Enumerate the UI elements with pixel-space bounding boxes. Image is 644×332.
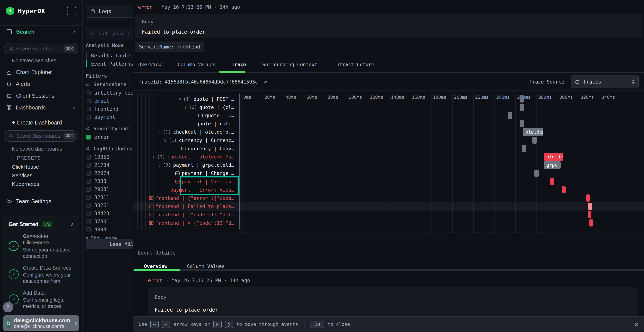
checkbox[interactable]	[86, 106, 91, 112]
chevron-down-icon[interactable]: ∨	[184, 105, 187, 110]
preset-services[interactable]: Services	[12, 172, 32, 178]
chevron-up-icon[interactable]: ∧	[73, 29, 76, 35]
span-bar[interactable]	[532, 137, 537, 144]
tab-trace[interactable]: Trace	[232, 62, 246, 67]
get-started-item[interactable]: ✓ Create Data Sources Configure where yo…	[8, 264, 74, 284]
box-icon	[90, 9, 96, 14]
span-bar-labeled[interactable]: grpc.o	[544, 161, 561, 169]
sidebar-item-alerts[interactable]: Alerts	[6, 81, 30, 87]
checkbox[interactable]	[86, 203, 91, 208]
sidebar-item-chart-explorer[interactable]: Chart Explorer	[6, 69, 52, 76]
span-row[interactable]: quote | calc…	[133, 120, 236, 128]
span-bar[interactable]	[520, 120, 524, 127]
checkbox[interactable]	[86, 219, 91, 224]
checkbox[interactable]	[86, 171, 91, 176]
get-started-item[interactable]: ✓ Add Data Start sending logs, metrics, …	[8, 290, 74, 309]
chevron-down-icon[interactable]: ∨	[158, 130, 161, 134]
brand-logo[interactable]: HyperDX	[6, 6, 45, 16]
checkbox[interactable]	[86, 227, 91, 232]
service-name-chip[interactable]: ServiceName: frontend	[135, 42, 204, 52]
sidebar-item-search[interactable]: Search ∧	[6, 28, 76, 35]
log-event-icon	[149, 204, 154, 208]
span-bar[interactable]	[508, 112, 512, 119]
user-menu[interactable]: D dale@clickhouse.com dale@clickhouse.co…	[3, 315, 79, 331]
preset-kubernetes[interactable]: Kubernetes	[12, 181, 39, 187]
edit-icon[interactable]: ✎	[264, 79, 267, 85]
tab-ed-column-values[interactable]: Column Values	[187, 264, 225, 269]
span-row[interactable]: ∨(1)checkout | oteldemo.Pa…	[133, 152, 236, 161]
chevron-down-icon[interactable]: ∨	[152, 154, 155, 159]
span-bar[interactable]	[589, 219, 593, 226]
span-row[interactable]: frontend | {"code":13,"det…	[133, 210, 236, 219]
sidebar-item-client-sessions[interactable]: Client Sessions	[6, 93, 54, 99]
span-bar-labeled[interactable]: oteldem	[544, 153, 563, 161]
get-started-item[interactable]: ✓ Connect to ClickHouse Set up your data…	[8, 233, 74, 259]
span-row[interactable]: ∨(2)quote | {cl…	[133, 103, 236, 111]
span-bar-labeled[interactable]: oteldem	[523, 128, 543, 136]
span-row[interactable]: frontend | × {"code":13,"d…	[133, 219, 236, 227]
tab-infrastructure[interactable]: Infrastructure	[334, 62, 374, 67]
chevron-down-icon[interactable]: ∨	[164, 138, 166, 142]
tab-ed-overview[interactable]: Overview	[144, 264, 167, 269]
check-circle-icon: ✓	[8, 241, 18, 251]
checkbox[interactable]	[86, 163, 91, 168]
span-bar[interactable]	[588, 211, 592, 218]
span-bar[interactable]	[522, 145, 526, 152]
span-bar[interactable]	[520, 104, 524, 111]
create-dashboard-button[interactable]: + Create Dashboard	[12, 120, 62, 126]
presets-toggle[interactable]: ∨ PRESETS	[11, 155, 41, 161]
preset-clickhouse[interactable]: ClickHouse	[12, 164, 39, 170]
chevron-down-icon[interactable]: ∨	[158, 163, 161, 168]
saved-dashboards-placeholder: Saved Dashboards	[16, 133, 61, 139]
span-row[interactable]: frontend | {"error":{"code…	[133, 194, 236, 202]
saved-dashboards-input[interactable]: Saved Dashboards ⌘K	[4, 130, 78, 142]
checkbox[interactable]	[86, 90, 91, 95]
saved-searches-input[interactable]: Saved Searches ⌘K	[4, 43, 78, 54]
timeline-gridline	[600, 92, 600, 232]
tab-surrounding-context[interactable]: Surrounding Context	[262, 62, 318, 67]
trace-source-select[interactable]: Traces	[571, 76, 639, 88]
span-row[interactable]: ∨(1)currency | Currenc…	[133, 136, 236, 144]
span-bar[interactable]	[550, 178, 554, 185]
checkbox[interactable]	[86, 187, 91, 192]
tab-column-values[interactable]: Column Values	[178, 62, 216, 67]
chevron-up-icon[interactable]: ∧	[71, 222, 74, 227]
close-icon[interactable]: ×	[634, 320, 639, 328]
analysis-mode-option[interactable]: Event Patterns	[86, 60, 133, 68]
collapse-sidebar-icon[interactable]	[67, 7, 76, 16]
tab-overview[interactable]: Overview	[138, 62, 162, 67]
span-bar[interactable]	[562, 186, 566, 193]
checkbox[interactable]	[86, 179, 91, 184]
span-bar[interactable]	[588, 203, 592, 210]
checkbox[interactable]	[86, 211, 91, 216]
span-row[interactable]: payment | Visa ca…	[133, 178, 236, 186]
sidebar-item-dashboards[interactable]: Dashboards ∧	[6, 104, 76, 111]
timeline-tick-label: 60ms	[306, 95, 317, 100]
checkbox[interactable]	[86, 195, 91, 200]
span-row[interactable]: currency | Conv…	[133, 144, 236, 152]
checkbox[interactable]: ✓	[86, 135, 91, 140]
span-bar[interactable]	[520, 95, 524, 102]
checkbox[interactable]	[86, 115, 91, 120]
checkbox[interactable]	[86, 98, 91, 104]
log-event-icon	[149, 221, 154, 225]
span-row[interactable]: payment | Charge …	[133, 169, 236, 178]
span-bar[interactable]	[586, 194, 590, 202]
chevron-up-icon[interactable]: ∧	[73, 105, 76, 110]
journal-icon	[6, 28, 12, 35]
sidebar-item-team-settings[interactable]: Team Settings	[6, 198, 51, 205]
span-row[interactable]: quote | C…	[133, 111, 236, 120]
span-bar-label: grpc.o	[544, 161, 561, 169]
span-row[interactable]: ∨(3)payment | grpc.oteld…	[133, 161, 236, 169]
body-label: Body	[142, 19, 154, 24]
span-bar[interactable]	[534, 170, 539, 177]
help-button[interactable]: ?	[3, 302, 13, 312]
chevron-down-icon[interactable]: ∨	[178, 96, 181, 101]
analysis-mode-option[interactable]: Results Table	[86, 52, 133, 60]
span-row[interactable]: payment | Error: Visa…	[133, 186, 236, 194]
span-row[interactable]: frontend | Failed to place…	[133, 202, 236, 210]
span-row[interactable]: ∨(1)quote | POST …	[133, 95, 236, 103]
filter-option-label: 2333	[94, 178, 106, 184]
checkbox[interactable]	[86, 155, 91, 160]
span-row[interactable]: ∨(1)checkout | oteldemo.…	[133, 128, 236, 136]
